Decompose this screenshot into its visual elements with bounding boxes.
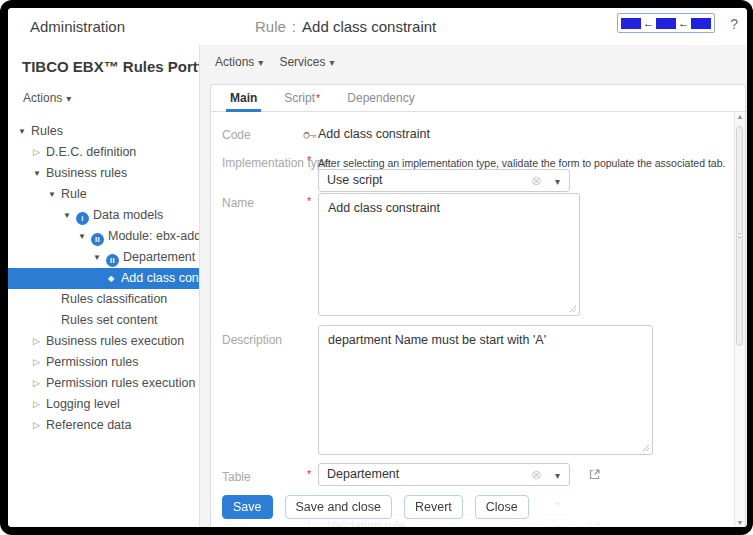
- form-toolbar: Actions Services: [215, 55, 334, 69]
- tree-item-module[interactable]: IIModule: ebx-addon-tests, p: [8, 226, 199, 247]
- scrollbar-grip: [738, 233, 741, 238]
- table-icon: II: [106, 254, 119, 267]
- services-menu[interactable]: Services: [279, 55, 334, 69]
- primary-key-icon: [303, 131, 317, 140]
- implementation-type-helper: After selecting an implementation type, …: [318, 157, 725, 169]
- tree-item-business-rules-execution[interactable]: Business rules execution: [8, 331, 199, 352]
- table-icon: II: [91, 233, 104, 246]
- sidebar-title: TIBCO EBX™ Rules Portfolio: [8, 45, 199, 75]
- save-button[interactable]: Save: [222, 495, 273, 519]
- resize-grip-icon[interactable]: [642, 444, 650, 452]
- chevron-down-icon[interactable]: [63, 205, 76, 226]
- required-marker: *: [307, 468, 311, 480]
- tree-item-business-rules[interactable]: Business rules: [8, 163, 199, 184]
- code-label: Code: [222, 128, 251, 142]
- revert-button[interactable]: Revert: [404, 495, 463, 519]
- chevron-down-icon[interactable]: [93, 247, 106, 268]
- chevron-down-icon[interactable]: [78, 226, 91, 247]
- implementation-type-select[interactable]: Use script ⊗ ▾: [318, 169, 570, 192]
- clear-icon[interactable]: ⊗: [531, 174, 542, 187]
- open-record-icon[interactable]: [588, 468, 601, 481]
- top-bar: Administration Rule:Add class constraint…: [8, 8, 747, 45]
- navigation-tree: Rules D.E.C. definition Business rules R…: [8, 121, 199, 436]
- chevron-down-icon[interactable]: ▾: [555, 175, 560, 188]
- save-and-close-button[interactable]: Save and close: [285, 495, 392, 519]
- scrollbar-thumb[interactable]: [736, 126, 743, 346]
- chevron-right-icon[interactable]: [33, 142, 46, 163]
- tree-item-permission-rules-execution[interactable]: Permission rules execution: [8, 373, 199, 394]
- tree-item-rule[interactable]: Rule: [8, 184, 199, 205]
- chevron-down-icon[interactable]: [33, 163, 46, 184]
- actions-menu[interactable]: Actions: [215, 55, 263, 69]
- resize-grip-icon[interactable]: [569, 305, 577, 313]
- tree-item-rules[interactable]: Rules: [8, 121, 199, 142]
- app-title: Administration: [30, 18, 125, 35]
- chevron-right-icon[interactable]: [33, 415, 46, 436]
- main-panel: Actions Services Main Script* Dependency…: [200, 45, 747, 527]
- chevron-down-icon[interactable]: [18, 121, 31, 142]
- breadcrumb-section: Rule: [255, 18, 286, 35]
- tab-dependency[interactable]: Dependency: [347, 85, 414, 111]
- tree-item-rules-classification[interactable]: Rules classification: [8, 289, 199, 310]
- tab-main[interactable]: Main: [230, 85, 257, 111]
- close-button[interactable]: Close: [475, 495, 529, 519]
- name-textarea[interactable]: Add class constraint: [318, 193, 580, 316]
- breadcrumb-separator: :: [286, 18, 302, 35]
- tree-item-reference-data[interactable]: Reference data: [8, 415, 199, 436]
- scroll-up-icon[interactable]: ▲: [735, 113, 745, 120]
- table-select[interactable]: Departement ⊗ ▾: [318, 463, 570, 486]
- sidebar-actions-menu[interactable]: Actions: [8, 75, 199, 105]
- scroll-down-icon[interactable]: ▼: [735, 519, 745, 526]
- left-arrow-icon: ←: [678, 18, 689, 29]
- masked-block-icon: [691, 18, 711, 29]
- masked-block-icon: [621, 18, 641, 29]
- page-title: Add class constraint: [302, 18, 436, 35]
- tab-bar: Main Script* Dependency: [211, 85, 745, 112]
- chevron-right-icon[interactable]: [33, 352, 46, 373]
- description-label: Description: [222, 333, 282, 347]
- chevron-right-icon[interactable]: [33, 373, 46, 394]
- chevron-down-icon[interactable]: ▾: [555, 469, 560, 482]
- tree-item-permission-rules[interactable]: Permission rules: [8, 352, 199, 373]
- tree-item-dec-definition[interactable]: D.E.C. definition: [8, 142, 199, 163]
- tree-item-departement[interactable]: IIDepartement: [8, 247, 199, 268]
- implementation-type-label: Implementation type: [222, 156, 330, 170]
- code-value: Add class constraint: [318, 127, 430, 141]
- diamond-bullet-icon: [108, 268, 121, 289]
- app-window: Administration Rule:Add class constraint…: [8, 8, 747, 527]
- sidebar: TIBCO EBX™ Rules Portfolio Actions Rules…: [8, 45, 200, 527]
- unsaved-marker: *: [316, 92, 320, 104]
- name-label: Name: [222, 196, 254, 210]
- description-textarea[interactable]: department Name must be start with 'A': [318, 325, 653, 455]
- masked-block-icon: [656, 18, 676, 29]
- left-arrow-icon: ←: [643, 18, 654, 29]
- actions-menu-label: Actions: [23, 91, 71, 105]
- window-frame: Administration Rule:Add class constraint…: [0, 0, 753, 535]
- required-marker: *: [307, 195, 311, 207]
- chevron-right-icon[interactable]: [33, 331, 46, 352]
- tree-item-rules-set-content[interactable]: Rules set content: [8, 310, 199, 331]
- required-marker: *: [307, 154, 311, 166]
- tab-script[interactable]: Script*: [284, 85, 320, 111]
- table-label: Table: [222, 470, 251, 484]
- info-icon: i: [76, 212, 89, 225]
- form-card: Main Script* Dependency Code Add class c…: [210, 84, 746, 527]
- action-button-bar: Save Save and close Revert Close: [211, 486, 733, 527]
- form-content: Code Add class constraint Implementation…: [211, 112, 745, 527]
- tree-item-logging-level[interactable]: Logging level: [8, 394, 199, 415]
- help-button[interactable]: ?: [730, 16, 738, 32]
- vertical-scrollbar[interactable]: ▲ ▼: [734, 112, 745, 527]
- clear-icon[interactable]: ⊗: [531, 468, 542, 481]
- masked-nav-widget[interactable]: ← ←: [617, 13, 715, 33]
- tree-item-add-class-constraint[interactable]: Add class constraint: [8, 268, 199, 289]
- breadcrumb: Rule:Add class constraint: [255, 18, 436, 35]
- chevron-right-icon[interactable]: [33, 394, 46, 415]
- chevron-down-icon[interactable]: [48, 184, 61, 205]
- tree-item-data-models[interactable]: iData models: [8, 205, 199, 226]
